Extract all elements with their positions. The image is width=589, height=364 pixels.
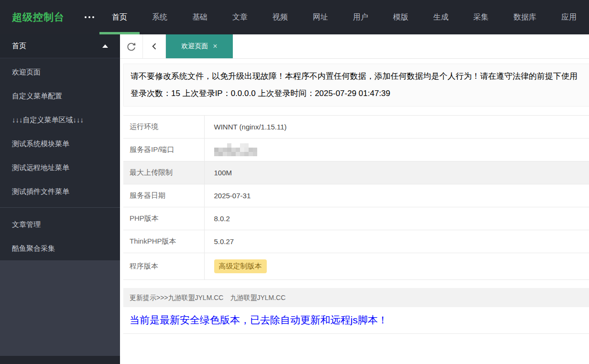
row-label: 服务器IP/端口	[123, 139, 204, 161]
tab-close-icon[interactable]: ×	[213, 43, 217, 50]
nav-item-label: 采集	[473, 13, 489, 21]
nav-item-10[interactable]: 数据库	[501, 0, 549, 34]
back-tab-button[interactable]	[143, 34, 166, 58]
row-label: ThinkPHP版本	[123, 230, 204, 253]
row-label: 最大上传限制	[123, 161, 204, 184]
system-info-table: 运行环境WINNT (nginx/1.15.11)服务器IP/端口最大上传限制1…	[123, 115, 589, 280]
row-value: 5.0.27	[204, 230, 589, 253]
row-label: 运行环境	[123, 116, 204, 139]
sidebar-item[interactable]: 文章管理	[0, 213, 120, 236]
sidebar-item[interactable]: 酷鱼聚合采集	[0, 236, 120, 260]
table-row: 最大上传限制100M	[123, 161, 589, 184]
notice-line-1: 请不要修改系统文件，以免升级出现故障！本程序不内置任何数据，添加任何数据均是个人…	[131, 68, 589, 85]
sidebar-item[interactable]: 测试系统模块菜单	[0, 132, 120, 156]
nav-item-8[interactable]: 生成	[421, 0, 461, 34]
sidebar-group-label: 首页	[12, 42, 102, 51]
sidebar-item[interactable]: 欢迎页面	[0, 60, 120, 84]
ellipsis-icon	[85, 16, 87, 18]
nav-item-6[interactable]: 用户	[340, 0, 381, 34]
redacted-ip-mosaic	[214, 143, 257, 156]
refresh-tab-button[interactable]	[120, 34, 143, 58]
sidebar-item[interactable]: 测试插件文件菜单	[0, 180, 120, 203]
nav-item-label: 文章	[232, 13, 248, 21]
sidebar-item[interactable]: 测试远程地址菜单	[0, 156, 120, 180]
sidebar-menu: 首页欢迎页面自定义菜单配置↓↓↓自定义菜单区域↓↓↓测试系统模块菜单测试远程地址…	[0, 34, 120, 260]
nav-item-label: 用户	[353, 13, 368, 21]
row-label: 服务器日期	[123, 184, 204, 207]
nav-item-home[interactable]: 首页	[99, 0, 140, 34]
nav-item-label: 系统	[152, 13, 167, 21]
tab-bar: 欢迎页面 ×	[120, 34, 589, 59]
nav-item-7[interactable]: 模版	[381, 0, 421, 34]
version-notice-text: 当前是最新安全绿色版本，已去除自动更新和远程js脚本！	[130, 314, 388, 325]
sidebar: 首页欢迎页面自定义菜单配置↓↓↓自定义菜单区域↓↓↓测试系统模块菜单测试远程地址…	[0, 34, 120, 364]
tab-label: 欢迎页面	[181, 42, 208, 51]
row-value: 高级定制版本	[204, 253, 589, 280]
sidebar-footer-bar[interactable]	[0, 356, 120, 364]
notice-line-2: 登录次数：15 上次登录IP：0.0.0.0 上次登录时间：2025-07-29…	[131, 85, 589, 102]
system-notice-panel: 请不要修改系统文件，以免升级出现故障！本程序不内置任何数据，添加任何数据均是个人…	[123, 64, 589, 107]
nav-item-9[interactable]: 采集	[461, 0, 501, 34]
sidebar-item[interactable]: 自定义菜单配置	[0, 84, 120, 108]
version-notice: 当前是最新安全绿色版本，已去除自动更新和远程js脚本！	[123, 307, 589, 334]
table-row: 运行环境WINNT (nginx/1.15.11)	[123, 116, 589, 139]
sidebar-item[interactable]: ↓↓↓自定义菜单区域↓↓↓	[0, 108, 120, 132]
nav-item-label: 生成	[433, 13, 448, 21]
ellipsis-icon	[92, 16, 94, 18]
nav-item-3[interactable]: 文章	[220, 0, 260, 34]
ellipsis-icon	[88, 16, 90, 18]
collapse-arrow-icon	[102, 44, 108, 48]
row-value: 100M	[204, 161, 589, 184]
table-row: PHP版本8.0.2	[123, 207, 589, 230]
nav-item-11[interactable]: 应用	[549, 0, 589, 34]
nav-item-1[interactable]: 系统	[140, 0, 180, 34]
nav-item-label: 网址	[313, 13, 328, 21]
app-logo: 超级控制台	[0, 0, 80, 34]
admin-console-app: 超级控制台 首页系统基础文章视频网址用户模版生成采集数据库应用 首页欢迎页面自定…	[0, 0, 589, 364]
mosaic-pixels	[214, 148, 218, 152]
row-label: PHP版本	[123, 207, 204, 230]
chevron-left-icon	[150, 42, 159, 51]
nav-item-label: 视频	[273, 13, 288, 21]
main-content: 请不要修改系统文件，以免升级出现故障！本程序不内置任何数据，添加任何数据均是个人…	[120, 59, 589, 364]
top-navigation: 首页系统基础文章视频网址用户模版生成采集数据库应用	[99, 0, 589, 34]
table-row: 服务器日期2025-07-31	[123, 184, 589, 207]
nav-item-5[interactable]: 网址	[300, 0, 340, 34]
nav-item-label: 基础	[192, 13, 207, 21]
table-row: 服务器IP/端口	[123, 139, 589, 161]
table-row: 程序版本高级定制版本	[123, 253, 589, 280]
row-label: 程序版本	[123, 253, 204, 280]
update-hint-bar: 更新提示>>>九游联盟JYLM.CC 九游联盟JYLM.CC	[123, 288, 589, 307]
row-value	[204, 139, 589, 161]
table-row: ThinkPHP版本5.0.27	[123, 230, 589, 253]
row-value: WINNT (nginx/1.15.11)	[204, 116, 589, 139]
nav-item-label: 首页	[112, 13, 127, 21]
row-value: 2025-07-31	[204, 184, 589, 207]
version-badge: 高级定制版本	[214, 259, 267, 273]
nav-item-label: 模版	[393, 13, 408, 21]
nav-item-label: 数据库	[513, 13, 536, 21]
nav-item-label: 应用	[561, 13, 577, 21]
top-header: 超级控制台 首页系统基础文章视频网址用户模版生成采集数据库应用	[0, 0, 589, 34]
refresh-icon	[126, 41, 137, 52]
sidebar-item-group: 文章管理酷鱼聚合采集	[0, 211, 120, 260]
tab-welcome-page[interactable]: 欢迎页面 ×	[166, 34, 233, 58]
nav-item-4[interactable]: 视频	[260, 0, 300, 34]
sidebar-divider	[0, 207, 120, 208]
row-value: 8.0.2	[204, 207, 589, 230]
nav-item-2[interactable]: 基础	[180, 0, 220, 34]
sidebar-group-header[interactable]: 首页	[0, 34, 120, 58]
sidebar-item-group: 欢迎页面自定义菜单配置↓↓↓自定义菜单区域↓↓↓测试系统模块菜单测试远程地址菜单…	[0, 58, 120, 203]
app-title: 超级控制台	[12, 11, 65, 24]
more-menu-button[interactable]	[80, 0, 99, 34]
